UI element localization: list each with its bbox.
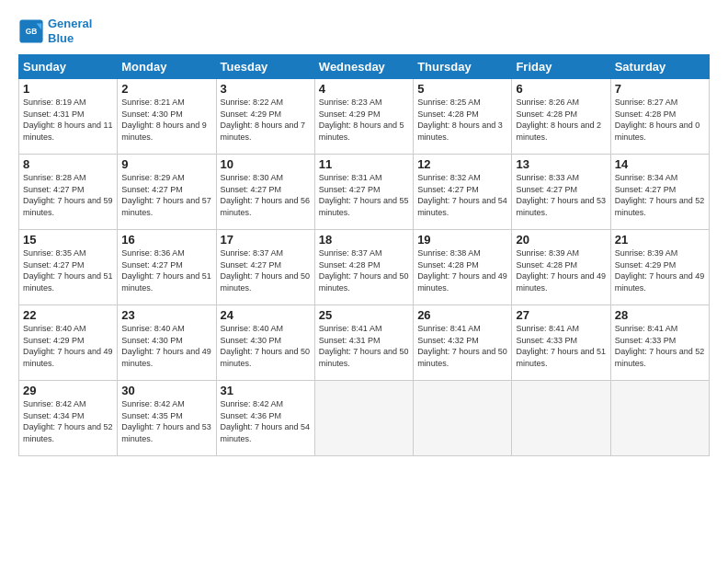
col-header-sunday: Sunday [19, 55, 118, 79]
day-info: Sunrise: 8:21 AMSunset: 4:30 PMDaylight:… [121, 97, 211, 143]
svg-text:GB: GB [26, 26, 38, 35]
calendar-week-2: 8Sunrise: 8:28 AMSunset: 4:27 PMDaylight… [19, 155, 710, 230]
calendar-day-15: 15Sunrise: 8:35 AMSunset: 4:27 PMDayligh… [19, 230, 118, 305]
day-number: 31 [221, 384, 311, 397]
calendar-day-23: 23Sunrise: 8:40 AMSunset: 4:30 PMDayligh… [118, 305, 216, 381]
calendar-week-3: 15Sunrise: 8:35 AMSunset: 4:27 PMDayligh… [19, 230, 710, 305]
day-info: Sunrise: 8:42 AMSunset: 4:35 PMDaylight:… [121, 398, 211, 444]
calendar-day-2: 2Sunrise: 8:21 AMSunset: 4:30 PMDaylight… [118, 79, 216, 155]
day-info: Sunrise: 8:40 AMSunset: 4:30 PMDaylight:… [121, 323, 211, 369]
day-number: 10 [221, 157, 311, 171]
day-info: Sunrise: 8:33 AMSunset: 4:27 PMDaylight:… [516, 172, 606, 218]
calendar-day-10: 10Sunrise: 8:30 AMSunset: 4:27 PMDayligh… [216, 155, 314, 230]
page: GB General Blue SundayMondayTuesdayWedne… [0, 0, 728, 563]
day-info: Sunrise: 8:42 AMSunset: 4:34 PMDaylight:… [23, 398, 113, 444]
empty-cell [314, 381, 413, 456]
day-number: 1 [23, 82, 113, 96]
calendar-week-1: 1Sunrise: 8:19 AMSunset: 4:31 PMDaylight… [19, 79, 710, 155]
day-info: Sunrise: 8:34 AMSunset: 4:27 PMDaylight:… [615, 172, 705, 218]
calendar-day-19: 19Sunrise: 8:38 AMSunset: 4:28 PMDayligh… [414, 230, 512, 305]
calendar-day-18: 18Sunrise: 8:37 AMSunset: 4:28 PMDayligh… [314, 230, 413, 305]
day-info: Sunrise: 8:32 AMSunset: 4:27 PMDaylight:… [417, 172, 507, 218]
day-number: 22 [23, 308, 113, 322]
calendar-day-1: 1Sunrise: 8:19 AMSunset: 4:31 PMDaylight… [19, 79, 118, 155]
day-number: 26 [417, 308, 507, 322]
day-info: Sunrise: 8:28 AMSunset: 4:27 PMDaylight:… [23, 172, 113, 218]
day-info: Sunrise: 8:19 AMSunset: 4:31 PMDaylight:… [23, 97, 113, 143]
day-number: 27 [516, 308, 606, 322]
calendar-day-16: 16Sunrise: 8:36 AMSunset: 4:27 PMDayligh… [118, 230, 216, 305]
day-number: 7 [615, 82, 705, 96]
calendar-header-row: SundayMondayTuesdayWednesdayThursdayFrid… [19, 55, 710, 79]
calendar-day-17: 17Sunrise: 8:37 AMSunset: 4:27 PMDayligh… [216, 230, 314, 305]
day-number: 11 [319, 157, 409, 171]
day-number: 5 [417, 82, 507, 96]
day-number: 8 [23, 157, 113, 171]
calendar-week-4: 22Sunrise: 8:40 AMSunset: 4:29 PMDayligh… [19, 305, 710, 381]
day-info: Sunrise: 8:31 AMSunset: 4:27 PMDaylight:… [319, 172, 409, 218]
empty-cell [610, 381, 709, 456]
day-info: Sunrise: 8:22 AMSunset: 4:29 PMDaylight:… [221, 97, 311, 143]
day-number: 2 [121, 82, 211, 96]
calendar-day-8: 8Sunrise: 8:28 AMSunset: 4:27 PMDaylight… [19, 155, 118, 230]
day-number: 6 [516, 82, 606, 96]
day-info: Sunrise: 8:37 AMSunset: 4:28 PMDaylight:… [319, 247, 409, 293]
day-info: Sunrise: 8:36 AMSunset: 4:27 PMDaylight:… [121, 247, 211, 293]
day-info: Sunrise: 8:39 AMSunset: 4:28 PMDaylight:… [516, 247, 606, 293]
col-header-thursday: Thursday [414, 55, 512, 79]
day-info: Sunrise: 8:40 AMSunset: 4:29 PMDaylight:… [23, 323, 113, 369]
calendar-day-20: 20Sunrise: 8:39 AMSunset: 4:28 PMDayligh… [512, 230, 610, 305]
day-number: 25 [319, 308, 409, 322]
col-header-wednesday: Wednesday [314, 55, 413, 79]
calendar-day-28: 28Sunrise: 8:41 AMSunset: 4:33 PMDayligh… [610, 305, 709, 381]
calendar-week-5: 29Sunrise: 8:42 AMSunset: 4:34 PMDayligh… [19, 381, 710, 456]
day-info: Sunrise: 8:26 AMSunset: 4:28 PMDaylight:… [516, 97, 606, 143]
day-info: Sunrise: 8:25 AMSunset: 4:28 PMDaylight:… [417, 97, 507, 143]
col-header-tuesday: Tuesday [216, 55, 314, 79]
day-info: Sunrise: 8:41 AMSunset: 4:32 PMDaylight:… [417, 323, 507, 369]
empty-cell [414, 381, 512, 456]
calendar-day-29: 29Sunrise: 8:42 AMSunset: 4:34 PMDayligh… [19, 381, 118, 456]
calendar-day-24: 24Sunrise: 8:40 AMSunset: 4:30 PMDayligh… [216, 305, 314, 381]
calendar-day-14: 14Sunrise: 8:34 AMSunset: 4:27 PMDayligh… [610, 155, 709, 230]
day-number: 29 [23, 384, 113, 397]
logo-icon: GB [18, 18, 44, 44]
header: GB General Blue [18, 17, 710, 45]
day-info: Sunrise: 8:35 AMSunset: 4:27 PMDaylight:… [23, 247, 113, 293]
day-number: 21 [615, 233, 705, 247]
day-number: 12 [417, 157, 507, 171]
day-info: Sunrise: 8:41 AMSunset: 4:31 PMDaylight:… [319, 323, 409, 369]
day-number: 28 [615, 308, 705, 322]
col-header-friday: Friday [512, 55, 610, 79]
calendar-day-25: 25Sunrise: 8:41 AMSunset: 4:31 PMDayligh… [314, 305, 413, 381]
col-header-saturday: Saturday [610, 55, 709, 79]
calendar-table: SundayMondayTuesdayWednesdayThursdayFrid… [18, 54, 710, 456]
calendar-day-13: 13Sunrise: 8:33 AMSunset: 4:27 PMDayligh… [512, 155, 610, 230]
calendar-day-30: 30Sunrise: 8:42 AMSunset: 4:35 PMDayligh… [118, 381, 216, 456]
day-info: Sunrise: 8:38 AMSunset: 4:28 PMDaylight:… [417, 247, 507, 293]
day-number: 9 [121, 157, 211, 171]
day-number: 16 [121, 233, 211, 247]
col-header-monday: Monday [118, 55, 216, 79]
day-info: Sunrise: 8:41 AMSunset: 4:33 PMDaylight:… [615, 323, 705, 369]
calendar-day-22: 22Sunrise: 8:40 AMSunset: 4:29 PMDayligh… [19, 305, 118, 381]
calendar-day-26: 26Sunrise: 8:41 AMSunset: 4:32 PMDayligh… [414, 305, 512, 381]
day-info: Sunrise: 8:42 AMSunset: 4:36 PMDaylight:… [221, 398, 311, 444]
day-number: 4 [319, 82, 409, 96]
day-number: 20 [516, 233, 606, 247]
day-number: 18 [319, 233, 409, 247]
calendar-day-27: 27Sunrise: 8:41 AMSunset: 4:33 PMDayligh… [512, 305, 610, 381]
calendar-day-5: 5Sunrise: 8:25 AMSunset: 4:28 PMDaylight… [414, 79, 512, 155]
calendar-day-11: 11Sunrise: 8:31 AMSunset: 4:27 PMDayligh… [314, 155, 413, 230]
day-info: Sunrise: 8:41 AMSunset: 4:33 PMDaylight:… [516, 323, 606, 369]
day-number: 23 [121, 308, 211, 322]
day-number: 13 [516, 157, 606, 171]
day-info: Sunrise: 8:40 AMSunset: 4:30 PMDaylight:… [221, 323, 311, 369]
day-info: Sunrise: 8:23 AMSunset: 4:29 PMDaylight:… [319, 97, 409, 143]
day-info: Sunrise: 8:30 AMSunset: 4:27 PMDaylight:… [221, 172, 311, 218]
calendar-day-21: 21Sunrise: 8:39 AMSunset: 4:29 PMDayligh… [610, 230, 709, 305]
day-number: 30 [121, 384, 211, 397]
calendar-day-12: 12Sunrise: 8:32 AMSunset: 4:27 PMDayligh… [414, 155, 512, 230]
day-number: 3 [221, 82, 311, 96]
day-number: 15 [23, 233, 113, 247]
